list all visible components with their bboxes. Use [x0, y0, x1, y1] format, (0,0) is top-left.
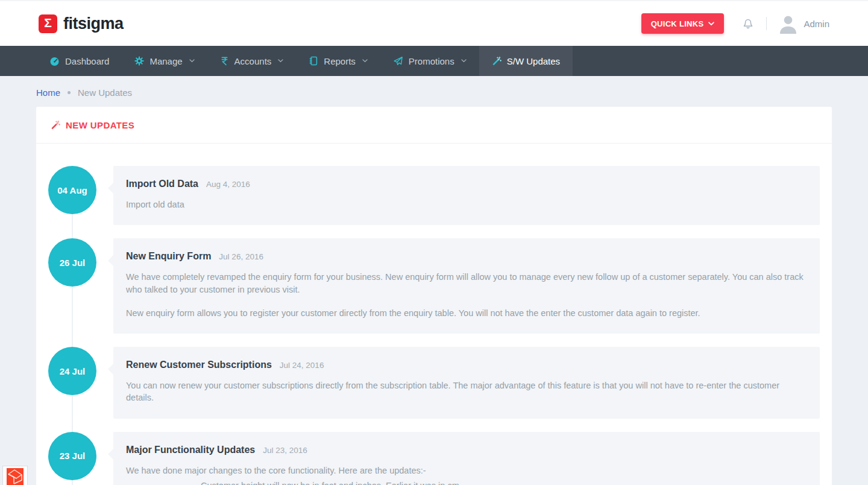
breadcrumb: Home New Updates — [0, 76, 868, 107]
update-date: Jul 26, 2016 — [219, 252, 263, 261]
user-name: Admin — [804, 19, 829, 29]
timeline-entry: 23 Jul Major Functionality Updates Jul 2… — [48, 432, 820, 485]
timeline-entry: 24 Jul Renew Customer Subscriptions Jul … — [48, 347, 820, 419]
nav-item-sw-updates[interactable]: S/W Updates — [479, 46, 573, 76]
quick-links-label: QUICK LINKS — [651, 19, 704, 28]
update-paragraph: We have completely revamped the enquiry … — [126, 271, 805, 296]
chevron-down-icon — [278, 59, 283, 63]
new-updates-card: NEW UPDATES 04 Aug Import Old Data Aug 4… — [36, 107, 832, 485]
notification-bell-icon[interactable] — [742, 17, 754, 30]
sigma-logo-icon: Σ — [39, 14, 57, 33]
nav-item-dashboard[interactable]: Dashboard — [37, 46, 122, 76]
update-bullet: Customer height will now be in feet and … — [201, 480, 805, 485]
update-panel: Renew Customer Subscriptions Jul 24, 201… — [113, 347, 820, 419]
update-date: Jul 23, 2016 — [263, 446, 307, 455]
quick-links-button[interactable]: QUICK LINKS — [641, 13, 725, 34]
person-silhouette-icon — [779, 14, 797, 34]
card-header: NEW UPDATES — [36, 107, 832, 144]
update-body: We have completely revamped the enquiry … — [126, 271, 805, 319]
breadcrumb-home-link[interactable]: Home — [36, 87, 60, 98]
page-title: NEW UPDATES — [66, 120, 134, 130]
update-date: Aug 4, 2016 — [206, 180, 250, 189]
magic-wand-icon — [492, 56, 502, 66]
update-paragraph: New enquiry form allows you to register … — [126, 307, 805, 319]
nav-label: Promotions — [409, 56, 454, 66]
nav-label: Accounts — [234, 56, 272, 66]
update-body: You can now renew your customer subscrip… — [126, 379, 805, 404]
update-date: Jul 24, 2016 — [280, 361, 324, 370]
breadcrumb-separator-dot — [68, 91, 71, 94]
date-badge: 23 Jul — [48, 432, 96, 480]
dashboard-gauge-icon — [49, 56, 60, 66]
nav-item-promotions[interactable]: Promotions — [380, 46, 479, 76]
main-navbar: Dashboard Manage — [0, 46, 868, 76]
nav-label: Reports — [324, 56, 356, 66]
update-title: Renew Customer Subscriptions — [126, 360, 272, 370]
user-menu[interactable]: Admin — [779, 14, 829, 34]
update-panel: Major Functionality Updates Jul 23, 2016… — [113, 432, 820, 485]
update-body: We have done major changes to the core f… — [126, 464, 805, 485]
update-panel: New Enquiry Form Jul 26, 2016 We have co… — [113, 238, 820, 334]
gear-icon — [134, 56, 144, 66]
debugbar-toggle-button[interactable] — [2, 466, 28, 485]
nav-label: S/W Updates — [507, 56, 560, 66]
brand-logo[interactable]: Σ fitsigma — [39, 14, 124, 33]
update-body: Import old data — [126, 198, 805, 211]
date-badge: 04 Aug — [48, 166, 96, 214]
update-title: Import Old Data — [126, 179, 198, 189]
nav-label: Manage — [149, 56, 182, 66]
chevron-down-icon — [708, 22, 714, 26]
top-header: Σ fitsigma QUICK LINKS Admin — [0, 0, 868, 46]
update-paragraph: We have done major changes to the core f… — [126, 464, 805, 477]
updates-timeline: 04 Aug Import Old Data Aug 4, 2016 Impor… — [36, 144, 832, 485]
chevron-down-icon — [189, 59, 195, 63]
update-panel: Import Old Data Aug 4, 2016 Import old d… — [113, 166, 820, 225]
rupee-icon — [220, 56, 229, 66]
nav-item-reports[interactable]: Reports — [296, 46, 380, 76]
timeline-entry: 04 Aug Import Old Data Aug 4, 2016 Impor… — [48, 166, 820, 225]
nav-label: Dashboard — [65, 56, 109, 66]
bell-icon — [742, 17, 754, 30]
chevron-down-icon — [362, 59, 368, 63]
nav-item-manage[interactable]: Manage — [122, 46, 207, 76]
chevron-down-icon — [461, 59, 467, 63]
update-title: Major Functionality Updates — [126, 445, 255, 455]
magic-wand-icon — [51, 120, 60, 130]
nav-item-accounts[interactable]: Accounts — [207, 46, 297, 76]
user-avatar — [779, 14, 797, 34]
update-title: New Enquiry Form — [126, 251, 211, 262]
update-bullet-list: Customer height will now be in feet and … — [126, 480, 805, 485]
update-paragraph: Import old data — [126, 198, 805, 211]
laravel-icon — [7, 468, 24, 485]
breadcrumb-current: New Updates — [78, 87, 132, 98]
brand-name: fitsigma — [63, 14, 124, 33]
date-badge: 26 Jul — [48, 238, 96, 287]
update-paragraph: You can now renew your customer subscrip… — [126, 379, 805, 404]
paper-plane-icon — [393, 56, 403, 66]
notebook-icon — [309, 56, 318, 66]
header-actions: QUICK LINKS Admin — [641, 13, 829, 34]
header-divider — [766, 17, 767, 30]
date-badge: 24 Jul — [48, 347, 96, 395]
timeline-entry: 26 Jul New Enquiry Form Jul 26, 2016 We … — [48, 238, 820, 334]
